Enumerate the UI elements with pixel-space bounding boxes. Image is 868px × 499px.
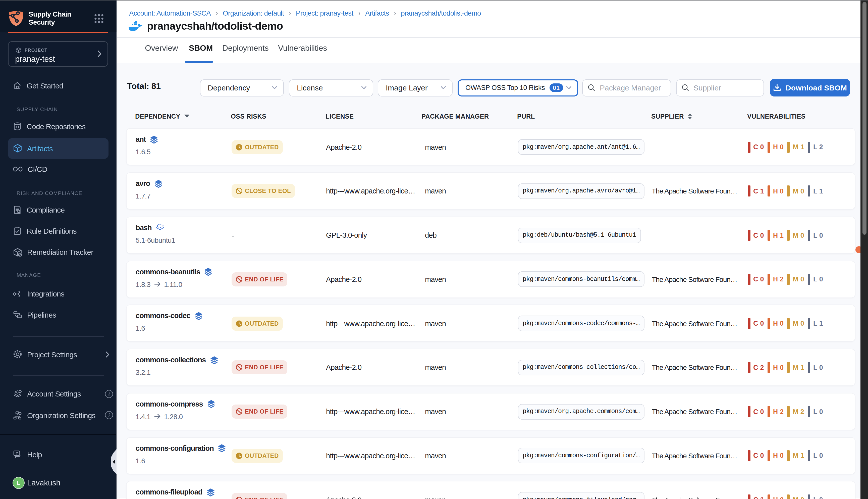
svg-text:?: ? (15, 451, 18, 455)
